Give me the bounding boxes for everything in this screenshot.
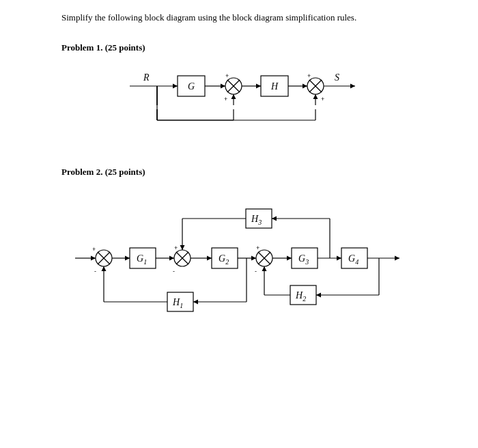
page-intro: Simplify the following block diagram usi… bbox=[61, 12, 423, 23]
label-H2s: 2 bbox=[303, 295, 306, 303]
label-H3s: 3 bbox=[257, 219, 262, 226]
problem1-diagram: R G + + H bbox=[61, 66, 423, 148]
label-G1s: 1 bbox=[143, 258, 147, 266]
sum1-sign-bot: + bbox=[224, 96, 227, 102]
s2-sign-bot: - bbox=[173, 268, 175, 275]
s3-sign-bot: - bbox=[255, 268, 257, 275]
label-G2: G bbox=[219, 253, 225, 264]
label-G3s: 3 bbox=[305, 258, 309, 266]
label-R: R bbox=[143, 72, 150, 83]
s2-sign-top: + bbox=[174, 244, 178, 251]
sum1-sign-top: + bbox=[225, 72, 229, 79]
sum2-sign-top: + bbox=[307, 72, 311, 79]
label-S: S bbox=[335, 72, 339, 83]
problem1-heading: Problem 1. (25 points) bbox=[61, 42, 423, 53]
label-G1: G bbox=[137, 253, 143, 264]
label-G3: G bbox=[298, 253, 305, 264]
problem2-diagram: + - G1 + - G2 bbox=[61, 190, 423, 326]
s1-sign-bot: - bbox=[94, 268, 96, 275]
s1-sign-left: + bbox=[92, 246, 96, 253]
label-G4s: 4 bbox=[355, 258, 358, 266]
label-G: G bbox=[188, 81, 195, 92]
sum2-sign-bot: + bbox=[321, 96, 324, 102]
label-H1s: 1 bbox=[180, 302, 183, 309]
label-G4: G bbox=[348, 253, 355, 264]
label-G2s: 2 bbox=[225, 258, 229, 266]
problem2-heading: Problem 2. (25 points) bbox=[61, 167, 423, 178]
svg-rect-8 bbox=[156, 105, 320, 109]
s3-sign-top: + bbox=[256, 244, 259, 251]
label-H: H bbox=[270, 81, 279, 92]
